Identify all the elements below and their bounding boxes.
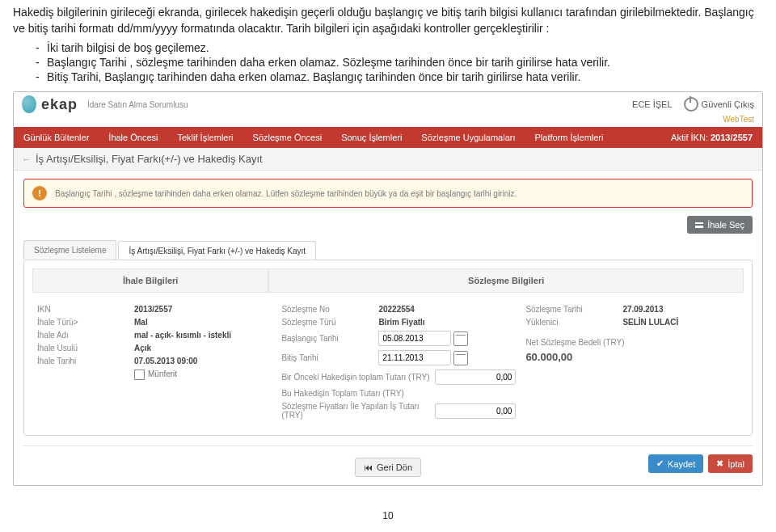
val-yuklenici: SELİN LULACİ <box>622 318 678 327</box>
page-number: 10 <box>13 510 763 521</box>
val-soztarih: 27.09.2013 <box>622 305 663 314</box>
intro-text: Hakediş bilgilerinin girileceği ekranda,… <box>13 5 763 36</box>
val-ikn: 2013/2557 <box>134 305 172 314</box>
select-tender-label: İhale Seç <box>707 220 744 230</box>
close-icon: ✖ <box>716 458 723 469</box>
nav-item[interactable]: Sonuç İşlemleri <box>331 127 411 148</box>
ikn-label: Aktif İKN: <box>671 133 708 142</box>
val-sozno: 20222554 <box>378 305 415 314</box>
lbl-bu: Bu Hakedişin Toplam Tutarı (TRY) <box>281 389 435 398</box>
work-amount-input <box>435 403 516 419</box>
lbl-tur: İhale Türü> <box>37 318 134 327</box>
warning-icon: ! <box>32 186 47 201</box>
page-title: İş Artışı/Eksilişi, Fiyat Farkı(+/-) ve … <box>36 153 263 165</box>
save-label: Kaydet <box>668 459 695 469</box>
logo-icon <box>22 95 36 113</box>
start-date-input[interactable] <box>378 331 451 346</box>
calendar-icon[interactable] <box>453 351 468 365</box>
logo-subtitle: İdare Satın Alma Sorumlusu <box>87 100 188 109</box>
lbl-soztarih: Sözleşme Tarihi <box>525 305 622 314</box>
environment-badge: WebTest <box>723 115 754 124</box>
bullet-item: Başlangıç Tarihi , sözleşme tarihinden d… <box>36 56 763 69</box>
back-button[interactable]: ⏮ Geri Dön <box>355 458 421 477</box>
val-usul: Açık <box>134 344 151 353</box>
app-topbar: ekap İdare Satın Alma Sorumlusu ECE İŞEL… <box>14 92 762 115</box>
nav-item[interactable]: Teklif İşlemleri <box>167 127 242 148</box>
save-button[interactable]: ✔ Kaydet <box>648 454 703 473</box>
val-tur: Mal <box>134 318 148 327</box>
bullet-item: Bitiş Tarihi, Başlangıç tarihinden daha … <box>36 70 763 83</box>
section-title-contract: Sözleşme Bilgileri <box>268 268 744 292</box>
back-arrow-icon[interactable]: ← <box>22 154 31 164</box>
active-ikn: Aktif İKN: 2013/2557 <box>671 133 762 142</box>
app-screenshot: ekap İdare Satın Alma Sorumlusu ECE İŞEL… <box>13 91 763 486</box>
val-soztur: Birim Fiyatlı <box>378 318 424 327</box>
val-ad: mal - açık- kısımlı - istekli <box>134 331 231 340</box>
back-label: Geri Dön <box>377 462 412 472</box>
bullet-item: İki tarih bilgisi de boş geçilemez. <box>36 41 763 54</box>
app-logo: ekap İdare Satın Alma Sorumlusu <box>22 95 188 113</box>
footer-buttons: ⏮ Geri Dön ✔ Kaydet ✖ İptal <box>23 445 753 485</box>
val-bedel: 60.000,00 <box>525 351 572 363</box>
contract-col-2: Sözleşme Tarihi27.09.2013 YükleniciSELİN… <box>521 301 744 424</box>
breadcrumb: ← İş Artışı/Eksilişi, Fiyat Farkı(+/-) v… <box>14 148 762 171</box>
lbl-soztur: Sözleşme Türü <box>281 318 378 327</box>
munferit-checkbox[interactable]: Münferit <box>134 369 177 380</box>
lbl-onceki: Bir Önceki Hakedişin toplam Tutarı (TRY) <box>281 373 435 382</box>
cancel-button[interactable]: ✖ İptal <box>708 454 753 473</box>
contract-col-1: Sözleşme No20222554 Sözleşme TürüBirim F… <box>276 301 521 424</box>
power-icon <box>684 97 698 112</box>
lbl-yuklenici: Yüklenici <box>525 318 622 327</box>
logout-label: Güvenli Çıkış <box>702 99 754 109</box>
prev-amount-input <box>435 369 516 385</box>
logout-link[interactable]: Güvenli Çıkış <box>684 97 754 112</box>
tender-info-column: IKN2013/2557 İhale Türü>Mal İhale Adımal… <box>32 301 276 424</box>
section-title-tender: İhale Bilgileri <box>32 268 268 292</box>
validation-alert: ! Başlangıç Tarihi , sözleşme tarihinden… <box>23 179 753 208</box>
tab-listing[interactable]: Sözleşme Listeleme <box>23 240 116 260</box>
lbl-bas: Başlangıç Tarihi <box>281 334 378 343</box>
cancel-label: İptal <box>728 459 744 469</box>
lbl-bit: Bitiş Tarihi <box>281 353 378 362</box>
nav-item[interactable]: İhale Öncesi <box>99 127 167 148</box>
logo-text: ekap <box>41 96 78 113</box>
back-icon: ⏮ <box>364 462 373 472</box>
tab-bar: Sözleşme Listeleme İş Artışı/Eksilişi, F… <box>14 240 762 260</box>
nav-item[interactable]: Sözleşme Öncesi <box>243 127 332 148</box>
user-name[interactable]: ECE İŞEL <box>632 99 673 109</box>
lbl-ad: İhale Adı <box>37 331 134 340</box>
val-tarih: 07.05.2013 09:00 <box>134 357 197 365</box>
lbl-bedel: Net Sözleşme Bedeli (TRY) <box>525 338 647 347</box>
calendar-icon[interactable] <box>453 331 468 346</box>
lbl-sozno: Sözleşme No <box>281 305 378 314</box>
check-icon: ✔ <box>656 458 664 469</box>
form-panel: İhale Bilgileri Sözleşme Bilgileri IKN20… <box>23 260 753 436</box>
lbl-fiy: Sözleşme Fiyatları İle Yapılan İş Tutarı… <box>281 402 435 420</box>
validation-bullets: İki tarih bilgisi de boş geçilemez. Başl… <box>36 41 763 83</box>
end-date-input[interactable] <box>378 350 451 365</box>
munferit-label: Münferit <box>148 369 177 378</box>
ikn-value: 2013/2557 <box>711 133 753 142</box>
tab-hakedis[interactable]: İş Artışı/Eksilişi, Fiyat Farkı (+/-) ve… <box>118 241 316 260</box>
select-tender-button[interactable]: İhale Seç <box>687 216 753 234</box>
main-navbar: Günlük Bültenler İhale Öncesi Teklif İşl… <box>14 127 762 148</box>
lbl-usul: İhale Usulü <box>37 344 134 353</box>
nav-item[interactable]: Sözleşme Uygulamaları <box>411 127 525 148</box>
list-icon <box>695 222 703 227</box>
nav-item[interactable]: Platform İşlemleri <box>525 127 614 148</box>
alert-message: Başlangıç Tarihi , sözleşme tarihinden d… <box>55 189 517 198</box>
lbl-tarih: İhale Tarihi <box>37 357 134 365</box>
nav-item[interactable]: Günlük Bültenler <box>14 127 99 148</box>
lbl-ikn: IKN <box>37 305 134 314</box>
